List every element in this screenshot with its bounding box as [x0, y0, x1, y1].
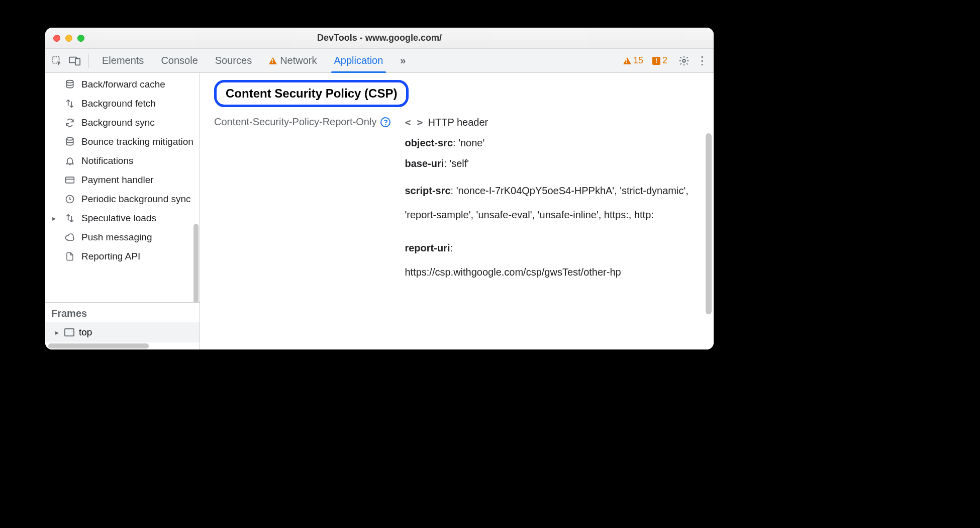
- sidebar-item-label: Background fetch: [81, 98, 156, 109]
- sidebar-item-label: Background sync: [81, 117, 155, 128]
- sidebar-item-notifications[interactable]: Notifications: [45, 151, 200, 170]
- tab-elements[interactable]: Elements: [95, 49, 151, 72]
- sidebar-item-reporting-api[interactable]: Reporting API: [45, 247, 200, 266]
- zoom-window-button[interactable]: [77, 35, 84, 42]
- device-toolbar-icon[interactable]: [67, 53, 82, 68]
- sync-icon: [64, 118, 75, 128]
- tab-application[interactable]: Application: [327, 49, 390, 72]
- sidebar-item-label: Notifications: [81, 155, 134, 166]
- directive-name: base-uri: [405, 158, 444, 169]
- issues-badge[interactable]: ! 2: [652, 55, 667, 66]
- expand-arrow-icon: ▸: [55, 328, 59, 336]
- close-window-button[interactable]: [53, 35, 60, 42]
- directive-name: object-src: [405, 137, 453, 148]
- main-toolbar: Elements Console Sources Network Applica…: [45, 49, 714, 73]
- svg-rect-6: [66, 177, 74, 183]
- csp-directive: script-src: 'nonce-I-7rK04QpY5oeS4-HPPkh…: [405, 179, 700, 227]
- settings-button[interactable]: [676, 53, 692, 68]
- csp-heading-highlight: Content Security Policy (CSP): [214, 80, 409, 107]
- csp-heading: Content Security Policy (CSP): [226, 86, 397, 101]
- directive-value: 'self': [449, 158, 469, 169]
- clock-icon: [64, 194, 75, 204]
- csp-directive: base-uri: 'self': [405, 158, 700, 169]
- sidebar-h-scrollbar[interactable]: [45, 342, 200, 349]
- tab-label: Console: [161, 55, 198, 66]
- directive-value: 'none': [458, 137, 484, 148]
- sidebar-item-periodic-sync[interactable]: Periodic background sync: [45, 190, 200, 209]
- up-down-arrows-icon: [64, 213, 75, 223]
- database-icon: [64, 137, 75, 147]
- sidebar-item-label: Reporting API: [81, 251, 140, 262]
- csp-source-label: HTTP header: [428, 117, 488, 128]
- main-pane: Content Security Policy (CSP) Content-Se…: [200, 73, 714, 349]
- sidebar-item-background-fetch[interactable]: Background fetch: [45, 94, 200, 113]
- inspect-element-icon[interactable]: [49, 53, 64, 68]
- tabs-overflow-button[interactable]: »: [393, 49, 413, 72]
- sidebar-list: Back/forward cache Background fetch Back…: [45, 73, 200, 266]
- frames-item-label: top: [79, 327, 92, 338]
- warning-count: 15: [633, 55, 643, 66]
- svg-rect-2: [75, 58, 80, 65]
- csp-directive: object-src: 'none': [405, 137, 700, 149]
- directive-name: script-src: [405, 185, 450, 196]
- bell-icon: [64, 156, 75, 166]
- sidebar-item-label: Payment handler: [81, 174, 154, 186]
- warnings-badge[interactable]: 15: [623, 55, 643, 66]
- devtools-window: DevTools - www.google.com/ Elements Cons…: [45, 28, 714, 349]
- sidebar-item-background-sync[interactable]: Background sync: [45, 113, 200, 132]
- sidebar-item-label: Push messaging: [81, 232, 152, 243]
- sidebar-item-label: Bounce tracking mitigation: [81, 136, 193, 147]
- window-title: DevTools - www.google.com/: [45, 33, 714, 43]
- csp-policy-header-row: Content-Security-Policy-Report-Only ?: [214, 116, 390, 128]
- sidebar-item-label: Back/forward cache: [81, 79, 165, 90]
- directive-name: report-uri: [405, 242, 450, 253]
- issue-icon: !: [652, 57, 660, 65]
- application-sidebar: Back/forward cache Background fetch Back…: [45, 73, 200, 349]
- up-down-arrows-icon: [64, 99, 75, 109]
- warning-icon: [269, 57, 277, 64]
- titlebar: DevTools - www.google.com/: [45, 28, 714, 49]
- tab-label: Network: [280, 55, 317, 66]
- svg-rect-8: [65, 329, 74, 336]
- svg-point-4: [66, 80, 73, 83]
- sidebar-item-speculative-loads[interactable]: Speculative loads: [45, 209, 200, 228]
- card-icon: [64, 175, 75, 185]
- tab-label: Sources: [215, 55, 252, 66]
- code-brackets-icon: < >: [405, 116, 423, 128]
- sidebar-scrollbar[interactable]: [193, 224, 199, 302]
- sidebar-item-payment-handler[interactable]: Payment handler: [45, 170, 200, 190]
- warning-icon: [623, 57, 631, 64]
- sidebar-item-label: Speculative loads: [81, 213, 156, 224]
- csp-source-row: < > HTTP header: [405, 116, 700, 128]
- frames-section-heading: Frames: [45, 302, 200, 322]
- tab-network[interactable]: Network: [262, 49, 324, 72]
- more-options-button[interactable]: ⋮: [695, 53, 710, 68]
- sidebar-item-back-forward-cache[interactable]: Back/forward cache: [45, 75, 200, 94]
- sidebar-item-push-messaging[interactable]: Push messaging: [45, 228, 200, 247]
- tab-sources[interactable]: Sources: [208, 49, 259, 72]
- tab-console[interactable]: Console: [154, 49, 205, 72]
- status-badges: 15 ! 2: [623, 55, 667, 66]
- main-scrollbar[interactable]: [706, 133, 712, 314]
- tab-label: Application: [334, 55, 383, 66]
- cloud-icon: [64, 232, 75, 242]
- svg-point-5: [66, 138, 73, 140]
- issue-count: 2: [662, 55, 667, 66]
- help-icon[interactable]: ?: [380, 117, 390, 127]
- more-label: »: [400, 55, 406, 66]
- sidebar-item-label: Periodic background sync: [81, 194, 191, 205]
- toolbar-separator: [88, 54, 89, 68]
- tab-label: Elements: [102, 55, 144, 66]
- frame-icon: [64, 328, 75, 337]
- file-icon: [64, 251, 75, 261]
- frames-item-top[interactable]: ▸ top: [45, 322, 200, 342]
- database-icon: [64, 79, 75, 90]
- sidebar-item-bounce-tracking[interactable]: Bounce tracking mitigation: [45, 132, 200, 151]
- csp-directive: report-uri: https://csp.withgoogle.com/c…: [405, 236, 700, 284]
- minimize-window-button[interactable]: [65, 35, 72, 42]
- csp-policy-header-name: Content-Security-Policy-Report-Only: [214, 116, 376, 128]
- svg-point-3: [682, 59, 685, 62]
- window-controls: [53, 35, 84, 42]
- directive-value: https://csp.withgoogle.com/csp/gwsTest/o…: [405, 267, 621, 278]
